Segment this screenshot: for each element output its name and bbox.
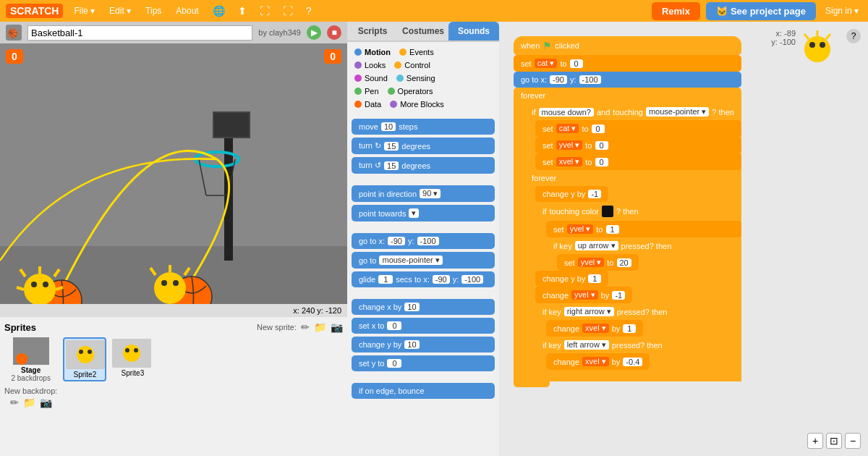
remix-button[interactable]: Remix xyxy=(652,2,700,20)
cat-operators[interactable]: Operators xyxy=(385,85,436,97)
sprite-item-sprite3[interactable]: Sprite3 xyxy=(111,337,154,381)
mouse-down-sensor[interactable]: mouse down? xyxy=(539,108,595,117)
block-change-y-1[interactable]: change y by 1 xyxy=(535,271,608,287)
block-point-towards[interactable]: point towards ▾ xyxy=(352,205,495,221)
globe-icon[interactable]: 🌐 xyxy=(210,5,228,17)
block-change-y-input[interactable]: 10 xyxy=(404,340,419,349)
change-yvel-val[interactable]: -1 xyxy=(612,291,625,300)
upload-icon[interactable]: ⬆ xyxy=(235,5,250,17)
yvel-change-var[interactable]: yvel ▾ xyxy=(571,290,598,300)
block-glide-x[interactable]: -90 xyxy=(433,275,450,284)
stop-button[interactable]: ■ xyxy=(327,25,341,40)
block-towards-dropdown[interactable]: ▾ xyxy=(409,208,419,218)
yvel-var-20[interactable]: yvel ▾ xyxy=(578,258,605,267)
block-turn-cw[interactable]: turn ↻ 15 degrees xyxy=(352,138,495,154)
cat-motion[interactable]: Motion xyxy=(352,46,393,58)
sprite-item-sprite2[interactable]: Sprite2 xyxy=(63,337,106,381)
stage-thumbnail[interactable] xyxy=(13,337,49,365)
color-swatch[interactable] xyxy=(602,206,613,217)
block-if-touching-color[interactable]: if touching color ? then xyxy=(535,202,646,221)
fullscreen-icon[interactable]: ⛶ xyxy=(257,5,273,17)
menu-about[interactable]: About xyxy=(172,6,202,16)
block-set-y[interactable]: set y to 0 xyxy=(352,355,495,371)
block-turn-ccw[interactable]: turn ↺ 15 degrees xyxy=(352,157,495,174)
zoom-fit-button[interactable]: ⊡ xyxy=(826,433,842,449)
cat-var-b[interactable]: cat ▾ xyxy=(556,124,579,133)
block-if-mouse[interactable]: if mouse down? and touching mouse-pointe… xyxy=(524,104,741,120)
help-icon-top[interactable]: ? xyxy=(303,5,315,17)
change-y-1-val[interactable]: 1 xyxy=(588,274,601,283)
signin-button[interactable]: Sign in ▾ xyxy=(822,6,862,16)
set-yvel-1-val[interactable]: 1 xyxy=(606,225,619,234)
block-forever-outer[interactable]: forever xyxy=(514,88,741,104)
xvel-change-var[interactable]: xvel ▾ xyxy=(582,324,609,333)
cat-events[interactable]: Events xyxy=(396,46,437,58)
block-goto-y-input[interactable]: -100 xyxy=(417,237,439,245)
block-set-yvel-1[interactable]: set yvel ▾ to 1 xyxy=(546,221,741,237)
right-arrow-dropdown[interactable]: right arrow ▾ xyxy=(564,307,614,316)
cat-looks[interactable]: Looks xyxy=(352,59,388,71)
block-set-yvel-20[interactable]: set yvel ▾ to 20 xyxy=(557,254,639,271)
left-arrow-dropdown[interactable]: left arrow ▾ xyxy=(564,340,609,350)
cat-pen[interactable]: Pen xyxy=(352,85,382,97)
resize-icon[interactable]: ⛶ xyxy=(280,5,296,17)
project-name-input[interactable] xyxy=(27,25,252,41)
zoom-in-button[interactable]: + xyxy=(807,433,823,449)
block-change-xvel-neg[interactable]: change xvel ▾ by -0.4 xyxy=(546,353,650,370)
set-xvel-0-val[interactable]: 0 xyxy=(595,158,608,166)
cat-var[interactable]: cat ▾ xyxy=(535,59,558,68)
paint-backdrop-icon[interactable]: ✏ xyxy=(10,397,19,408)
block-direction-dropdown[interactable]: 90 ▾ xyxy=(420,189,441,198)
menu-edit[interactable]: Edit ▾ xyxy=(106,6,135,16)
tab-costumes[interactable]: Costumes xyxy=(398,22,448,41)
block-if-key-left[interactable]: if key left arrow ▾ pressed? then xyxy=(535,337,670,353)
block-change-y[interactable]: change y by 10 xyxy=(352,337,495,352)
block-change-yvel[interactable]: change yvel ▾ by -1 xyxy=(535,287,632,303)
block-change-x[interactable]: change x by 10 xyxy=(352,299,495,315)
block-turn-ccw-input[interactable]: 15 xyxy=(384,161,399,170)
change-xvel-val[interactable]: 1 xyxy=(623,324,636,333)
tab-scripts[interactable]: Scripts xyxy=(347,22,398,41)
block-goto-xy[interactable]: go to x: -90 y: -100 xyxy=(352,233,495,249)
block-set-x[interactable]: set x to 0 xyxy=(352,318,495,334)
set-yvel-20-val[interactable]: 20 xyxy=(617,258,631,267)
block-move-input[interactable]: 10 xyxy=(381,122,396,131)
menu-file[interactable]: File ▾ xyxy=(70,6,98,16)
scratch-logo[interactable]: SCRATCH xyxy=(6,4,63,18)
tab-sounds[interactable]: Sounds xyxy=(448,22,499,41)
cat-sound[interactable]: Sound xyxy=(352,72,391,84)
block-if-key-up[interactable]: if key up arrow ▾ pressed? then xyxy=(546,237,741,254)
block-when-flag-clicked[interactable]: when ⚑ clicked xyxy=(514,36,741,55)
block-if-on-edge[interactable]: if on edge, bounce xyxy=(352,383,495,399)
cat-sensing[interactable]: Sensing xyxy=(393,72,438,84)
set-cat-val[interactable]: 0 xyxy=(570,59,583,68)
change-y-val[interactable]: -1 xyxy=(588,190,601,198)
block-set-y-input[interactable]: 0 xyxy=(387,359,401,368)
block-point-direction[interactable]: point in direction 90 ▾ xyxy=(352,185,495,202)
block-goto-x-input[interactable]: -90 xyxy=(388,237,405,245)
xvel-neg-var[interactable]: xvel ▾ xyxy=(582,357,609,366)
block-goto-xy-script[interactable]: go to x: -90 y: -100 xyxy=(514,72,741,88)
touching-dropdown[interactable]: mouse-pointer ▾ xyxy=(646,107,709,117)
block-change-xvel-1[interactable]: change xvel ▾ by 1 xyxy=(546,320,643,337)
cat-more-blocks[interactable]: More Blocks xyxy=(387,98,447,110)
upload-sprite-icon[interactable]: 📁 xyxy=(314,321,326,333)
help-button[interactable]: ? xyxy=(846,29,861,43)
cat-control[interactable]: Control xyxy=(391,59,433,71)
file-backdrop-icon[interactable]: 📁 xyxy=(23,397,35,408)
cat-data[interactable]: Data xyxy=(352,98,384,110)
block-if-key-right[interactable]: if key right arrow ▾ pressed? then xyxy=(535,303,674,320)
block-glide-secs[interactable]: 1 xyxy=(378,275,393,284)
menu-tips[interactable]: Tips xyxy=(142,6,165,16)
block-change-x-input[interactable]: 10 xyxy=(404,303,419,311)
set-cat-0b-val[interactable]: 0 xyxy=(592,124,605,133)
zoom-out-button[interactable]: − xyxy=(845,433,861,449)
block-goto-mousepointer[interactable]: go to mouse-pointer ▾ xyxy=(352,252,495,269)
block-set-cat-0b[interactable]: set cat ▾ to 0 xyxy=(535,120,741,137)
up-arrow-dropdown[interactable]: up arrow ▾ xyxy=(575,241,618,250)
camera-sprite-icon[interactable]: 📷 xyxy=(331,321,343,333)
set-yvel-0-val[interactable]: 0 xyxy=(595,141,608,150)
camera-backdrop-icon[interactable]: 📷 xyxy=(40,397,52,408)
block-set-x-input[interactable]: 0 xyxy=(387,321,401,330)
block-move[interactable]: move 10 steps xyxy=(352,119,495,135)
